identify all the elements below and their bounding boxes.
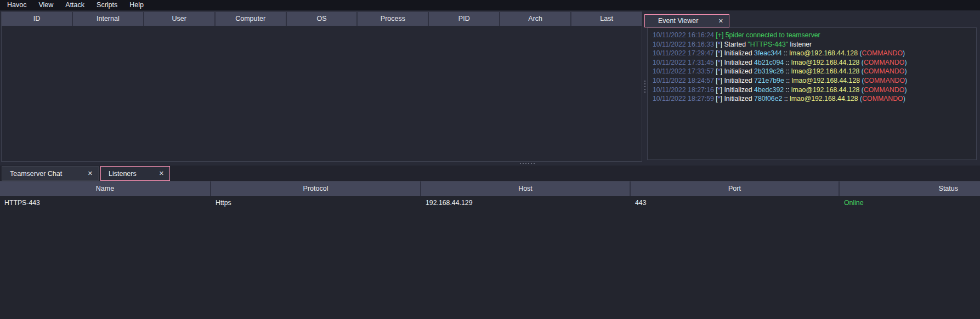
log-timestamp: 10/11/2022 18:27:59 bbox=[653, 95, 716, 102]
listeners-column-header-port[interactable]: Port bbox=[631, 181, 840, 196]
log-segment-white: :: bbox=[782, 49, 790, 57]
log-segment-cyan: ) bbox=[904, 86, 907, 94]
tab-listeners-label: Listeners bbox=[109, 170, 137, 178]
log-segment-red: COMMANDO bbox=[862, 95, 903, 102]
sessions-column-header-os[interactable]: OS bbox=[287, 12, 358, 26]
splitter-dot bbox=[644, 83, 645, 84]
horizontal-splitter-handle[interactable] bbox=[0, 161, 980, 166]
sessions-column-header-pid[interactable]: PID bbox=[429, 12, 500, 26]
listener-cell-name: HTTPS-443 bbox=[0, 199, 211, 207]
log-segment-green: [+] 5pider connected to teamserver bbox=[716, 31, 820, 39]
tab-listeners[interactable]: Listeners ✕ bbox=[100, 166, 170, 181]
log-segment-cyan: 4b21c094 bbox=[754, 59, 784, 66]
listener-cell-protocol: Https bbox=[211, 199, 421, 207]
sessions-table-header: IDInternalUserComputerOSProcessPIDArchLa… bbox=[2, 12, 642, 26]
log-segment-cyan: ( bbox=[859, 59, 864, 66]
splitter-dots bbox=[520, 163, 535, 164]
sessions-table-body[interactable] bbox=[2, 26, 642, 161]
vertical-splitter-handle[interactable] bbox=[642, 12, 647, 162]
listeners-column-header-status[interactable]: Status bbox=[840, 181, 980, 196]
log-timestamp: 10/11/2022 17:33:57 bbox=[653, 67, 716, 75]
listeners-column-header-host[interactable]: Host bbox=[421, 181, 631, 196]
log-segment-white: ] Initialized bbox=[721, 49, 755, 57]
log-segment-red: COMMANDO bbox=[862, 49, 903, 57]
log-segment-yellow: lmao@192.168.44.128 bbox=[791, 86, 860, 94]
sessions-column-header-process[interactable]: Process bbox=[358, 12, 429, 26]
close-icon[interactable]: ✕ bbox=[159, 170, 164, 177]
log-timestamp: 10/11/2022 17:31:45 bbox=[653, 59, 716, 66]
listeners-table-body: HTTPS-443Https192.168.44.129443Online bbox=[0, 196, 980, 209]
bottom-tab-bar: Teamserver Chat ✕ Listeners ✕ bbox=[0, 166, 980, 181]
log-entry: 10/11/2022 16:16:24 [+] 5pider connected… bbox=[653, 31, 974, 40]
listeners-panel: NameProtocolHostPortStatus HTTPS-443Http… bbox=[0, 181, 980, 319]
log-segment-white: ] Initialized bbox=[721, 67, 755, 75]
listener-cell-status: Online bbox=[840, 199, 980, 207]
log-segment-red: COMMANDO bbox=[864, 59, 904, 66]
log-segment-cyan: ( bbox=[860, 77, 864, 84]
log-segment-cyan: ) bbox=[904, 67, 907, 75]
log-segment-white: ] Initialized bbox=[721, 59, 755, 66]
sessions-panel: IDInternalUserComputerOSProcessPIDArchLa… bbox=[1, 12, 642, 162]
listeners-column-header-protocol[interactable]: Protocol bbox=[211, 181, 421, 196]
splitter-dot bbox=[644, 89, 645, 90]
log-timestamp: 10/11/2022 16:16:33 bbox=[653, 41, 716, 48]
menu-item-help[interactable]: Help bbox=[123, 0, 150, 10]
log-entry: 10/11/2022 18:27:16 [*] Initialized 4bed… bbox=[653, 86, 974, 95]
log-segment-red: COMMANDO bbox=[864, 86, 904, 94]
log-segment-green: "HTTPS-443" bbox=[747, 41, 788, 48]
sessions-column-header-computer[interactable]: Computer bbox=[216, 12, 287, 26]
sessions-column-header-internal[interactable]: Internal bbox=[73, 12, 144, 26]
sessions-column-header-user[interactable]: User bbox=[144, 12, 216, 26]
log-segment-red: COMMANDO bbox=[864, 77, 905, 84]
log-entry: 10/11/2022 17:31:45 [*] Initialized 4b21… bbox=[653, 58, 974, 67]
log-segment-yellow: lmao@192.168.44.128 bbox=[790, 95, 858, 102]
log-segment-cyan: ( bbox=[859, 67, 864, 75]
log-segment-white: ] Initialized bbox=[721, 95, 755, 102]
log-segment-cyan: 3feac344 bbox=[754, 49, 782, 57]
event-viewer-panel: Event Viewer ✕ 10/11/2022 16:16:24 [+] 5… bbox=[647, 12, 979, 162]
menu-item-scripts[interactable]: Scripts bbox=[90, 0, 123, 10]
menu-item-havoc[interactable]: Havoc bbox=[1, 0, 32, 10]
tab-event-viewer[interactable]: Event Viewer ✕ bbox=[644, 14, 729, 27]
log-timestamp: 10/11/2022 18:24:57 bbox=[653, 77, 716, 84]
log-timestamp: 10/11/2022 16:16:24 bbox=[653, 31, 716, 39]
close-icon[interactable]: ✕ bbox=[718, 18, 723, 25]
log-timestamp: 10/11/2022 18:27:16 bbox=[653, 86, 716, 94]
log-segment-white: ] Started bbox=[721, 41, 748, 48]
log-segment-yellow: lmao@192.168.44.128 bbox=[791, 67, 860, 75]
log-segment-white: ] Initialized bbox=[721, 86, 755, 94]
log-segment-cyan: 4bedc392 bbox=[754, 86, 784, 94]
log-entry: 10/11/2022 17:29:47 [*] Initialized 3fea… bbox=[653, 49, 974, 58]
log-segment-red: COMMANDO bbox=[864, 67, 904, 75]
log-segment-white: ] Initialized bbox=[721, 77, 755, 84]
listener-cell-host: 192.168.44.129 bbox=[421, 199, 631, 207]
listener-row[interactable]: HTTPS-443Https192.168.44.129443Online bbox=[0, 196, 980, 209]
splitter-dot bbox=[644, 92, 645, 93]
log-segment-cyan: ( bbox=[858, 49, 862, 57]
menu-item-attack[interactable]: Attack bbox=[59, 0, 90, 10]
splitter-dot bbox=[644, 86, 645, 87]
tab-teamserver-chat[interactable]: Teamserver Chat ✕ bbox=[2, 166, 99, 181]
sessions-column-header-id[interactable]: ID bbox=[2, 12, 73, 26]
close-icon[interactable]: ✕ bbox=[88, 170, 93, 177]
log-segment-white: :: bbox=[784, 67, 791, 75]
sessions-column-header-arch[interactable]: Arch bbox=[500, 12, 571, 26]
listener-cell-port: 443 bbox=[631, 199, 840, 207]
log-segment-yellow: lmao@192.168.44.128 bbox=[791, 77, 860, 84]
log-segment-cyan: ) bbox=[905, 77, 907, 84]
log-segment-yellow: lmao@192.168.44.128 bbox=[789, 49, 858, 57]
listeners-column-header-name[interactable]: Name bbox=[0, 181, 211, 196]
tab-event-viewer-label: Event Viewer bbox=[658, 17, 698, 25]
log-segment-cyan: 2b319c26 bbox=[754, 67, 784, 75]
log-segment-white: :: bbox=[784, 86, 791, 94]
sessions-column-header-last[interactable]: Last bbox=[571, 12, 642, 26]
log-entry: 10/11/2022 17:33:57 [*] Initialized 2b31… bbox=[653, 67, 974, 76]
log-segment-cyan: ( bbox=[859, 86, 864, 94]
log-entry: 10/11/2022 16:16:33 [*] Started "HTTPS-4… bbox=[653, 40, 974, 49]
log-entry: 10/11/2022 18:27:59 [*] Initialized 780f… bbox=[653, 94, 974, 104]
log-segment-white: :: bbox=[784, 77, 792, 84]
menu-bar: HavocViewAttackScriptsHelp bbox=[0, 0, 980, 10]
menu-item-view[interactable]: View bbox=[32, 0, 59, 10]
event-log[interactable]: 10/11/2022 16:16:24 [+] 5pider connected… bbox=[647, 27, 977, 160]
splitter-dot bbox=[644, 81, 645, 82]
